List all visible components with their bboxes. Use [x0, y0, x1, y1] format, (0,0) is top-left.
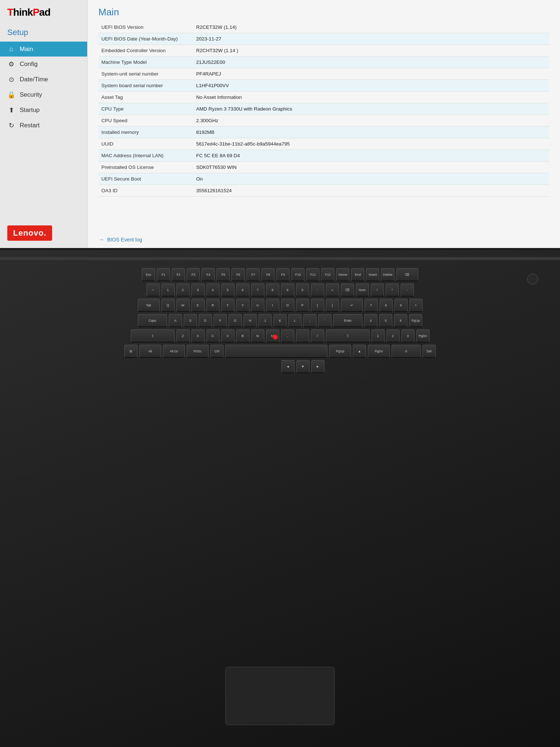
key-f4[interactable]: F4: [202, 268, 215, 281]
key-num7[interactable]: 7: [365, 299, 378, 312]
key-v[interactable]: V: [221, 329, 234, 342]
key-comma[interactable]: ,: [281, 329, 294, 342]
key-delete[interactable]: Delete: [381, 268, 394, 281]
key-j[interactable]: J: [258, 314, 272, 327]
key-num5[interactable]: 5: [379, 314, 392, 327]
key-down[interactable]: ▼: [296, 360, 310, 373]
key-right[interactable]: ►: [311, 360, 324, 373]
key-f12[interactable]: F12: [321, 268, 334, 281]
key-numpgup[interactable]: PgUp: [409, 314, 422, 327]
key-numminus[interactable]: -: [401, 283, 414, 297]
key-y[interactable]: Y: [236, 299, 249, 312]
key-i[interactable]: I: [266, 299, 279, 312]
sidebar-item-restart[interactable]: ↻ Restart: [0, 118, 87, 133]
key-num1[interactable]: 1: [372, 329, 385, 342]
key-numslash[interactable]: /: [371, 283, 384, 297]
key-0[interactable]: 0: [296, 283, 309, 297]
key-home[interactable]: Home: [336, 268, 349, 281]
key-x[interactable]: X: [191, 329, 205, 342]
key-k[interactable]: K: [273, 314, 287, 327]
key-semicolon[interactable]: ;: [303, 314, 316, 327]
key-t[interactable]: T: [221, 299, 234, 312]
key-f3[interactable]: F3: [187, 268, 200, 281]
fingerprint-button[interactable]: [527, 274, 538, 285]
key-w[interactable]: W: [176, 299, 190, 312]
key-q[interactable]: Q: [162, 299, 175, 312]
key-num8[interactable]: 8: [380, 299, 393, 312]
key-slash[interactable]: /: [311, 329, 324, 342]
sidebar-item-security[interactable]: 🔒 Security: [0, 87, 87, 102]
sidebar-item-datetime[interactable]: ⊙ Date/Time: [0, 72, 87, 87]
key-7[interactable]: 7: [251, 283, 264, 297]
bios-event-log-link[interactable]: → BIOS Event log: [88, 231, 560, 248]
trackpad[interactable]: [225, 667, 335, 725]
key-u[interactable]: U: [251, 299, 264, 312]
key-win[interactable]: ⊞: [124, 345, 137, 358]
key-rbracket[interactable]: ]: [326, 299, 339, 312]
key-ctrl-r[interactable]: Ctrl: [210, 345, 223, 358]
key-enter-top[interactable]: ↵: [341, 299, 363, 312]
key-tilde[interactable]: ~: [147, 283, 160, 297]
key-5[interactable]: 5: [221, 283, 234, 297]
key-num6[interactable]: 6: [394, 314, 407, 327]
key-3[interactable]: 3: [191, 283, 205, 297]
key-h[interactable]: H: [244, 314, 257, 327]
key-insert[interactable]: Insert: [366, 268, 379, 281]
key-prtsc[interactable]: PrtSc: [187, 345, 209, 358]
key-num0[interactable]: 0: [392, 345, 421, 358]
key-numstar[interactable]: *: [386, 283, 399, 297]
key-f2[interactable]: F2: [172, 268, 185, 281]
key-e[interactable]: E: [191, 299, 205, 312]
key-g[interactable]: G: [229, 314, 242, 327]
key-altgr[interactable]: Alt Gr: [163, 345, 185, 358]
key-r[interactable]: R: [206, 299, 219, 312]
key-b[interactable]: B: [236, 329, 249, 342]
key-f[interactable]: F: [214, 314, 227, 327]
key-enter[interactable]: Enter: [333, 314, 362, 327]
key-f8[interactable]: F8: [261, 268, 275, 281]
key-end[interactable]: End: [351, 268, 364, 281]
key-f11[interactable]: F11: [306, 268, 319, 281]
key-rshift[interactable]: ⇧: [326, 329, 370, 342]
key-tab[interactable]: Tab: [138, 299, 160, 312]
key-period[interactable]: .: [296, 329, 309, 342]
key-1[interactable]: 1: [162, 283, 175, 297]
key-c[interactable]: C: [206, 329, 219, 342]
key-numplus[interactable]: +: [409, 299, 423, 312]
key-8[interactable]: 8: [266, 283, 279, 297]
key-6[interactable]: 6: [236, 283, 249, 297]
key-minus[interactable]: -: [311, 283, 324, 297]
sidebar-item-config[interactable]: ⚙ Config: [0, 57, 87, 72]
key-z[interactable]: Z: [176, 329, 190, 342]
key-pgdn[interactable]: PgDn: [368, 345, 390, 358]
key-f9[interactable]: F9: [276, 268, 289, 281]
key-f6[interactable]: F6: [232, 268, 245, 281]
key-caps[interactable]: Caps: [138, 314, 167, 327]
key-n[interactable]: N: [251, 329, 264, 342]
key-o[interactable]: O: [281, 299, 294, 312]
key-d[interactable]: D: [199, 314, 212, 327]
key-p[interactable]: P: [296, 299, 309, 312]
key-lbracket[interactable]: [: [311, 299, 324, 312]
key-esc[interactable]: Esc: [142, 268, 155, 281]
key-num3[interactable]: 3: [401, 329, 415, 342]
key-a[interactable]: A: [169, 314, 182, 327]
key-numpgdn[interactable]: PgDn: [416, 329, 429, 342]
sidebar-item-main[interactable]: ⌂ Main: [0, 42, 87, 57]
key-f10[interactable]: F10: [291, 268, 304, 281]
key-numdel[interactable]: Del: [423, 345, 436, 358]
key-num4[interactable]: 4: [364, 314, 377, 327]
key-f7[interactable]: F7: [246, 268, 260, 281]
key-lshift[interactable]: ⇧: [131, 329, 175, 342]
key-num2[interactable]: 2: [386, 329, 400, 342]
key-numlock[interactable]: Num: [356, 283, 369, 297]
key-space[interactable]: [225, 345, 327, 358]
key-quote[interactable]: ': [318, 314, 331, 327]
key-backspace2[interactable]: ⌫: [341, 283, 354, 297]
sidebar-item-startup[interactable]: ⬆ Startup: [0, 102, 87, 118]
key-4[interactable]: 4: [206, 283, 219, 297]
key-9[interactable]: 9: [281, 283, 294, 297]
key-backspace[interactable]: ⌫: [396, 268, 418, 281]
key-s[interactable]: S: [184, 314, 197, 327]
key-l[interactable]: L: [288, 314, 302, 327]
